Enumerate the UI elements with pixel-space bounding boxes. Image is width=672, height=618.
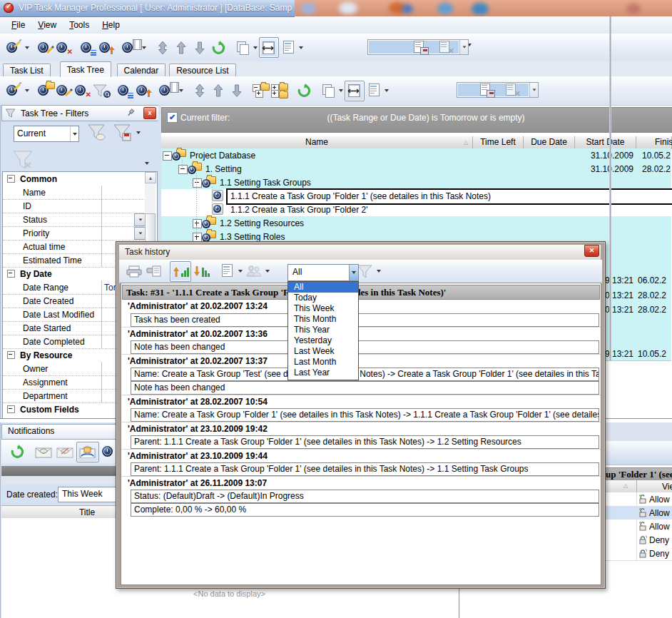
- column-header-name[interactable]: Name: [161, 136, 473, 149]
- expand-all-icon[interactable]: [252, 81, 270, 101]
- column-header-due-date[interactable]: Due Date: [524, 136, 575, 149]
- pin-icon[interactable]: [126, 108, 135, 117]
- collapse-all-icon[interactable]: [270, 81, 289, 101]
- period-option-yesterday[interactable]: Yesterday: [288, 335, 358, 346]
- menu-item-file[interactable]: File: [6, 20, 32, 30]
- filter-more-dropdown[interactable]: [145, 162, 149, 165]
- dropdown-arrow-icon[interactable]: [383, 81, 390, 100]
- dropdown-arrow-icon[interactable]: [375, 262, 382, 280]
- dropdown-arrow-icon[interactable]: [24, 81, 31, 100]
- people-icon[interactable]: [244, 262, 264, 281]
- move-up-icon[interactable]: [209, 81, 228, 101]
- tab-calendar[interactable]: Calendar: [117, 64, 166, 77]
- report-icon[interactable]: [365, 81, 383, 101]
- refresh-icon[interactable]: [6, 442, 28, 462]
- filter-preset-combobox[interactable]: Current: [14, 126, 79, 142]
- filter-field-status[interactable]: Status: [3, 213, 146, 227]
- column-header-finish-date[interactable]: Finish Date: [636, 136, 672, 149]
- print-preview-icon[interactable]: [144, 262, 164, 281]
- menu-item-view[interactable]: View: [32, 20, 63, 30]
- tree-expander-minus[interactable]: [178, 165, 188, 174]
- show-mail-icon[interactable]: [76, 442, 99, 462]
- save-filter-dropdown[interactable]: [136, 131, 141, 134]
- task-row[interactable]: 1.2 Setting Resources: [161, 216, 671, 231]
- period-option-all[interactable]: All: [288, 282, 358, 293]
- fit-columns-icon[interactable]: [259, 37, 279, 58]
- mark-unread-icon[interactable]: [55, 442, 76, 462]
- new-group-icon[interactable]: [36, 81, 55, 101]
- delete-view-icon[interactable]: ✕: [437, 38, 456, 57]
- sort-ascending-icon[interactable]: [170, 261, 191, 282]
- list-view-icon[interactable]: [116, 81, 135, 101]
- task-row[interactable]: 1.1.2 Create a Task Group 'Folder 2': [161, 203, 671, 217]
- delete-task-icon[interactable]: ✕: [73, 81, 92, 101]
- tab-task-list[interactable]: Task List: [3, 64, 51, 77]
- edit-task-icon[interactable]: [36, 38, 55, 57]
- tree-expander-minus[interactable]: [193, 178, 202, 188]
- edit-task-icon[interactable]: [55, 81, 73, 101]
- refresh-icon[interactable]: [209, 38, 228, 57]
- filter-history-icon[interactable]: [92, 81, 111, 101]
- delete-view-icon[interactable]: ✕: [504, 81, 522, 101]
- new-task-icon[interactable]: [5, 81, 24, 101]
- save-filter-icon[interactable]: [112, 123, 133, 142]
- view-column-header[interactable]: View: [662, 482, 672, 492]
- period-option-this-month[interactable]: This Month: [288, 314, 358, 325]
- period-option-last-week[interactable]: Last Week: [288, 346, 358, 357]
- scroll-up-button[interactable]: ▲: [145, 172, 156, 183]
- filter-field-id[interactable]: ID: [3, 199, 146, 213]
- delete-task-icon[interactable]: ✕: [55, 38, 73, 57]
- dialog-titlebar[interactable]: Task history ✕: [119, 245, 601, 260]
- menu-item-help[interactable]: Help: [96, 20, 127, 30]
- dropdown-arrow-icon[interactable]: [337, 81, 345, 100]
- tree-expander-plus[interactable]: [193, 219, 202, 228]
- period-option-last-month[interactable]: Last Month: [288, 357, 358, 368]
- dropdown-arrow-icon[interactable]: [264, 262, 271, 280]
- duplicate-icon[interactable]: [319, 81, 337, 101]
- filter-field-name[interactable]: Name: [3, 186, 146, 200]
- move-down-icon[interactable]: [228, 81, 246, 101]
- fit-columns-icon[interactable]: [345, 81, 365, 101]
- dropdown-arrow-icon[interactable]: [252, 39, 259, 57]
- column-header-start-date[interactable]: Start Date: [575, 136, 636, 149]
- toolbar-filter-combobox[interactable]: [457, 82, 539, 98]
- dialog-close-button[interactable]: ✕: [584, 245, 599, 257]
- refresh-icon[interactable]: [295, 81, 313, 101]
- print-icon[interactable]: [124, 262, 144, 281]
- period-option-today[interactable]: Today: [288, 293, 358, 303]
- duplicate-icon[interactable]: [233, 38, 252, 57]
- priority-view-icon[interactable]: [135, 81, 153, 101]
- filter-enabled-checkbox[interactable]: ✔: [167, 112, 178, 123]
- task-row[interactable]: 1. Setting31.10.2009 13:2128.02.2: [161, 162, 671, 176]
- period-option-this-week[interactable]: This Week: [288, 303, 358, 314]
- filters-close-button[interactable]: x: [143, 107, 156, 119]
- period-combobox[interactable]: All: [287, 264, 359, 281]
- tree-expander-minus[interactable]: [163, 151, 172, 161]
- new-task-icon[interactable]: [5, 38, 24, 57]
- combo-open-button[interactable]: [70, 126, 78, 141]
- menu-item-tools[interactable]: Tools: [63, 20, 96, 30]
- move-up-down-icon[interactable]: [153, 38, 172, 57]
- period-option-this-year[interactable]: This Year: [288, 325, 358, 335]
- tab-task-tree[interactable]: Task Tree: [60, 61, 111, 77]
- report-icon[interactable]: [217, 262, 237, 281]
- dropdown-arrow-icon[interactable]: [237, 262, 244, 280]
- period-open-button[interactable]: [349, 265, 358, 280]
- filter-field-priority[interactable]: Priority: [3, 226, 146, 240]
- move-down-icon[interactable]: [190, 38, 209, 57]
- move-up-down-icon[interactable]: [190, 81, 209, 101]
- mark-read-icon[interactable]: [34, 442, 55, 462]
- sort-descending-icon[interactable]: [191, 262, 211, 281]
- move-up-icon[interactable]: [172, 38, 190, 57]
- save-view-icon[interactable]: [478, 81, 497, 101]
- report-icon[interactable]: [279, 38, 297, 57]
- dropdown-arrow-icon[interactable]: [297, 39, 305, 57]
- column-header-time-left[interactable]: Time Left: [473, 136, 524, 149]
- priority-view-icon[interactable]: [98, 38, 116, 57]
- task-row[interactable]: 1.1 Setting Task Groups: [161, 176, 671, 190]
- tab-resource-list[interactable]: Resource List: [169, 64, 235, 77]
- list-view-icon[interactable]: [79, 38, 98, 57]
- gantt-view-icon[interactable]: [159, 81, 178, 101]
- save-view-icon[interactable]: [412, 38, 430, 57]
- dropdown-arrow-icon[interactable]: [24, 39, 31, 57]
